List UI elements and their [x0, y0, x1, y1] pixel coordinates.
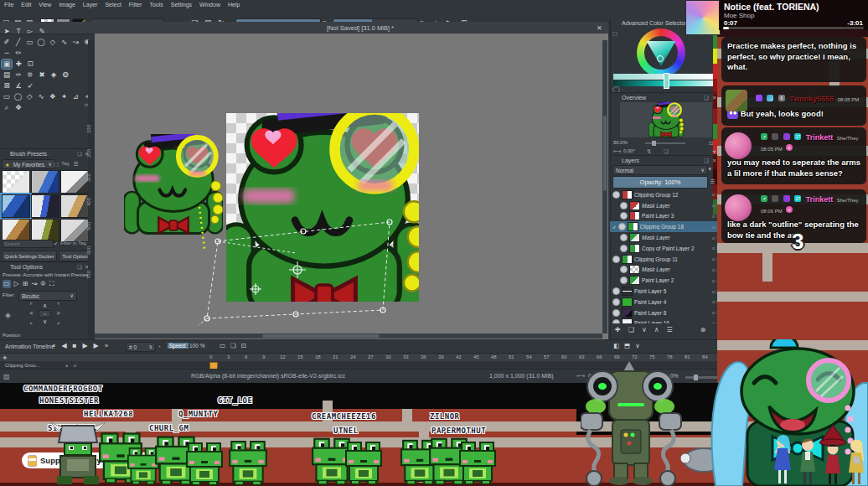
transform-mesh-icon[interactable]: ⛶ — [49, 280, 54, 288]
tool-freehand[interactable]: ✐ — [2, 38, 12, 47]
brush-preset-eraser[interactable] — [2, 170, 30, 194]
brush-preset-marker-selected[interactable] — [2, 194, 30, 218]
transform-perspective-icon[interactable]: ▷ — [14, 280, 19, 288]
transform-free-icon[interactable]: ▭ — [3, 280, 11, 288]
settings-icon[interactable]: ▢ — [612, 30, 617, 37]
menu-layer[interactable]: Layer — [83, 2, 98, 8]
tool-zoom[interactable]: ⌕ — [2, 103, 12, 112]
layer-row[interactable]: Paint Layer 4α❏ — [610, 297, 721, 308]
layer-row[interactable]: Paint Layer 8α❏ — [610, 308, 721, 318]
favorites-dropdown[interactable]: ★ My Favorites ∨ — [2, 159, 55, 169]
tool-ellipse[interactable]: ◯ — [36, 38, 46, 47]
move-layer-down-icon[interactable]: ∨ — [642, 326, 647, 333]
overview-preview[interactable] — [620, 102, 712, 137]
transform-selection-overlay[interactable] — [197, 209, 440, 327]
selection-status-icon[interactable]: ▨ — [3, 373, 10, 380]
chat-username[interactable]: Twonky5555 — [789, 95, 834, 103]
float-docker-icon[interactable]: ❏ — [704, 158, 709, 164]
brush-preset-roller[interactable] — [60, 219, 89, 242]
fit-page-icon[interactable]: ⊡ — [709, 140, 713, 147]
float-docker-icon[interactable]: ❏ — [704, 95, 709, 101]
tool-freehand-select[interactable]: ∿ — [36, 92, 46, 101]
onion-skin-icon[interactable]: ▭ — [220, 342, 225, 349]
tool-pan[interactable]: ✥ — [13, 103, 23, 112]
mirror-view-icon[interactable]: ❏ — [664, 148, 669, 155]
layer-row[interactable]: Clipping Group 12α❏ — [610, 189, 721, 200]
layer-row[interactable]: Paint Layer 5α❏ — [610, 286, 721, 297]
layer-row[interactable]: Paint Layer 3α❏ — [610, 211, 721, 222]
tool-colorize-mask[interactable]: ✏ — [13, 49, 23, 58]
progress-bar[interactable] — [723, 27, 864, 29]
layer-filter-icon[interactable]: ▼ — [707, 166, 712, 172]
tool-assistants[interactable]: ⊠ — [2, 81, 12, 90]
check-icon[interactable]: ✓ — [54, 240, 58, 247]
layer-row[interactable]: Mask Layerα❏ — [610, 200, 721, 211]
anchor-left[interactable]: < — [25, 310, 38, 318]
tag-icon[interactable]: ▢ — [54, 161, 59, 168]
tool-pattern-edit[interactable]: ❊ — [25, 70, 35, 80]
anchor-middle[interactable]: ▫ — [39, 310, 51, 318]
skip-end-icon[interactable]: » — [105, 342, 108, 349]
close-docker-icon[interactable]: ✕ — [712, 158, 716, 164]
stop-icon[interactable]: ■ — [73, 342, 77, 349]
tool-contiguous-select[interactable]: ✦ — [59, 92, 70, 101]
tool-text[interactable]: T — [13, 27, 23, 36]
close-docker-icon[interactable]: ✕ — [712, 95, 716, 101]
chat-username[interactable]: Trinkett — [806, 195, 834, 204]
tool-dynamic-brush[interactable]: ∽ — [2, 49, 12, 58]
tool-enclose-fill[interactable]: ❂ — [60, 70, 70, 80]
tool-polygon[interactable]: ◇ — [48, 38, 58, 47]
layers-view-icon[interactable]: ❏ — [230, 342, 236, 349]
brush-preset-sketch-pencil[interactable] — [2, 219, 30, 242]
layer-row[interactable]: Paint Layer 16α❏ — [610, 318, 721, 323]
anchor-bottomleft[interactable]: ⌞ — [25, 318, 38, 325]
filter-dropdown[interactable]: Bicubic ∨ — [18, 291, 77, 301]
tool-rect-select[interactable]: ▭ — [2, 92, 12, 101]
tool-gradient[interactable]: ▤ — [2, 70, 12, 80]
brush-preset-ink-pen[interactable] — [60, 170, 89, 194]
avatar[interactable] — [726, 90, 747, 111]
track-alpha-icon[interactable]: α — [74, 363, 76, 368]
menu-tools[interactable]: Tools — [149, 2, 163, 8]
track-eye-icon[interactable]: ● — [65, 363, 68, 368]
prev-frame-icon[interactable]: ◀ — [61, 342, 66, 349]
angle-spin-icon[interactable]: ⇅ — [647, 148, 651, 155]
overview-zoom-slider[interactable] — [645, 142, 685, 144]
close-document-icon[interactable]: ✕ — [597, 24, 602, 32]
transform-warp-icon[interactable]: ⊞ — [23, 280, 28, 288]
tool-select[interactable]: ➤ — [2, 27, 12, 36]
quick-settings-button[interactable]: Quick Settings Docker — [2, 251, 57, 261]
layer-blend-dropdown[interactable]: Normal ∨ — [612, 165, 708, 175]
tool-edit-shapes[interactable]: ▻ — [25, 27, 35, 36]
avatar[interactable] — [725, 194, 752, 221]
zoom-fit-icon[interactable]: ⬒ — [624, 342, 630, 349]
next-frame-icon[interactable]: ▶ — [94, 342, 99, 349]
menu-file[interactable]: File — [4, 2, 13, 8]
tool-color-sampler[interactable]: ✑ — [13, 70, 23, 80]
layer-row[interactable]: Clipping Group 11α❏ — [610, 254, 721, 265]
brush-preset-pencil[interactable] — [60, 194, 89, 218]
anchor-down[interactable]: ∨ — [39, 318, 51, 325]
brush-preset-marker[interactable] — [31, 170, 59, 194]
menu-edit[interactable]: Edit — [21, 2, 31, 8]
canvas-vscrollbar[interactable] — [602, 40, 607, 333]
anchor-right[interactable]: > — [52, 310, 65, 318]
menu-select[interactable]: Select — [105, 2, 121, 8]
tool-crop[interactable]: ⊡ — [25, 59, 35, 69]
anchor-topleft[interactable]: ⌜ — [25, 302, 38, 309]
expand-icon[interactable]: ∨ — [635, 342, 640, 349]
tool-polygon-select[interactable]: ◇ — [25, 92, 35, 101]
anchor-bottomright[interactable]: ⌟ — [52, 318, 65, 325]
add-keyframe-icon[interactable]: ✚ — [3, 354, 7, 360]
tool-rectangle[interactable]: ▭ — [25, 38, 35, 47]
brush-search-input[interactable] — [2, 240, 54, 248]
menu-window[interactable]: Window — [199, 2, 220, 8]
skip-start-icon[interactable]: « — [52, 342, 55, 349]
canvas-hscrollbar[interactable] — [95, 333, 602, 339]
speed-label[interactable]: Speed: — [168, 343, 189, 349]
list-view-icon[interactable]: ☰ — [74, 161, 79, 168]
tool-ellipse-select[interactable]: ◯ — [13, 92, 23, 101]
tool-transform[interactable]: ▣ — [2, 59, 12, 69]
color-wheel[interactable] — [637, 28, 685, 77]
tool-polyline[interactable]: ∿ — [59, 38, 70, 47]
